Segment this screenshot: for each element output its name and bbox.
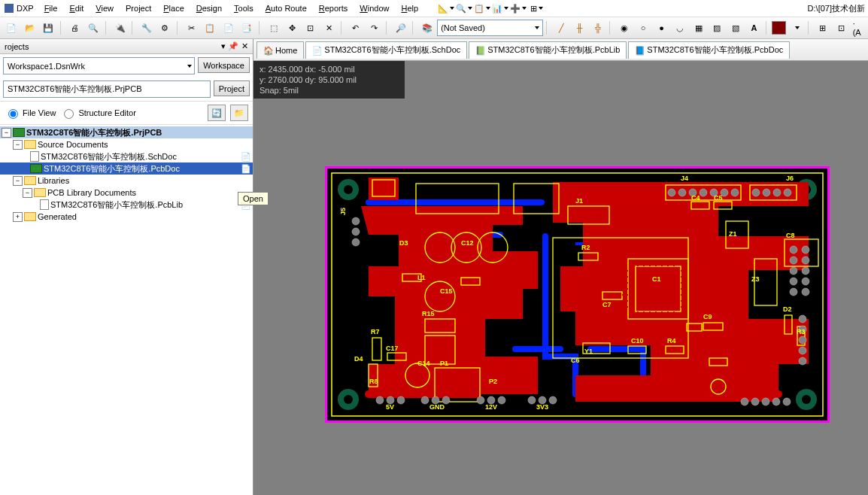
tab-home[interactable]: 🏠Home	[256, 41, 304, 59]
tab-pcbdoc[interactable]: 📘STM32C8T6智能小车控制板.PcbDoc	[628, 41, 790, 59]
menu-autoroute[interactable]: Auto Route	[259, 2, 313, 15]
svg-text:C12: C12	[461, 239, 474, 247]
menu-place[interactable]: Place	[157, 2, 190, 15]
dropdown-2-icon[interactable]: 🔍	[457, 2, 471, 15]
coordinate-panel: x: 2435.000 dx: -5.000 mil y: 2760.000 d…	[253, 61, 405, 99]
paste-icon[interactable]: 📄	[220, 19, 238, 37]
layer-dd-icon[interactable]	[788, 19, 805, 37]
svg-text:C10: C10	[631, 337, 644, 345]
sel-all-icon[interactable]: ⬚	[265, 19, 282, 37]
svg-text:R3: R3	[797, 328, 806, 336]
pcb-tab-icon: 📘	[635, 46, 644, 55]
snap-icon[interactable]: ⊡	[833, 19, 850, 37]
tree-libraries[interactable]: − Libraries	[0, 175, 253, 187]
panel-close-icon[interactable]: ✕	[241, 41, 248, 51]
menu-tools[interactable]: Tools	[228, 2, 259, 15]
dropdown-3-icon[interactable]: 📋	[475, 2, 489, 15]
tree-source-documents[interactable]: − Source Documents	[0, 138, 253, 150]
svg-point-72	[802, 246, 809, 254]
tree-pcblib-folder[interactable]: − PCB Library Documents	[0, 187, 253, 199]
tree-generated[interactable]: + Generated	[0, 211, 253, 223]
svg-point-91	[352, 217, 360, 225]
region-icon[interactable]: ▨	[709, 19, 726, 37]
panel-pin-icon[interactable]: ▾ 📌	[221, 41, 238, 51]
dropdown-5-icon[interactable]: ➕	[511, 2, 525, 15]
menu-window[interactable]: Window	[354, 2, 395, 15]
menu-help[interactable]: Help	[395, 2, 424, 15]
tab-schdoc[interactable]: 📄STM32C8T6智能小车控制板.SchDoc	[305, 41, 467, 59]
fileview-radio[interactable]: File View	[5, 107, 56, 119]
hole-icon[interactable]: ●	[653, 19, 670, 37]
menu-edit[interactable]: Edit	[63, 2, 90, 15]
print-icon[interactable]: 🖨	[66, 19, 83, 37]
zoom-icon[interactable]: 🔎	[392, 19, 409, 37]
route3-icon[interactable]: ╬	[590, 19, 607, 37]
svg-point-55	[752, 189, 760, 196]
tab-pcblib[interactable]: 📗STM32C8T6智能小车控制板.PcbLib	[469, 41, 627, 59]
poly-icon[interactable]: ▧	[727, 19, 745, 37]
cut-icon[interactable]: ✂	[183, 19, 200, 37]
book-icon[interactable]: 📚	[419, 19, 436, 37]
tool-b-icon[interactable]: ⚙	[156, 19, 174, 37]
undo-icon[interactable]: ↶	[347, 19, 364, 37]
move-icon[interactable]: ✥	[284, 19, 301, 37]
svg-text:C5: C5	[714, 194, 723, 202]
menu-project[interactable]: Project	[120, 2, 157, 15]
workspace-button[interactable]: Workspace	[198, 57, 250, 73]
saved-state-dropdown[interactable]: (Not Saved)	[437, 20, 543, 36]
svg-point-81	[799, 315, 806, 323]
grid-icon[interactable]: ⊞	[815, 19, 832, 37]
tree-pcbdoc[interactable]: STM32C8T6智能小车控制板.PcbDoc📄	[0, 162, 253, 175]
svg-point-58	[784, 189, 791, 196]
fill-icon[interactable]: ▦	[690, 19, 707, 37]
options-icon[interactable]: 📁	[230, 105, 248, 121]
paste2-icon[interactable]: 📑	[238, 19, 256, 37]
copy-icon[interactable]: 📋	[202, 19, 219, 37]
arc-icon[interactable]: ◡	[672, 19, 689, 37]
via-icon[interactable]: ◉	[616, 19, 633, 37]
pcb-icon	[30, 164, 42, 173]
svg-point-7	[344, 395, 353, 404]
menu-view[interactable]: View	[90, 2, 120, 15]
svg-point-8	[802, 395, 811, 404]
workspace-combo[interactable]	[3, 57, 195, 74]
structure-radio[interactable]: Structure Editor	[60, 107, 135, 119]
string-icon[interactable]: A	[745, 19, 763, 37]
svg-point-84	[799, 347, 806, 354]
svg-text:R7: R7	[371, 328, 380, 336]
route-icon[interactable]: ╱	[553, 19, 570, 37]
tree-project-root[interactable]: − STM32C8T6智能小车控制板.PrjPCB	[0, 126, 253, 138]
tool-a-icon[interactable]: 🔧	[138, 19, 156, 37]
preview-icon[interactable]: 🔍	[85, 19, 102, 37]
svg-point-67	[498, 396, 505, 404]
tree-pcblib[interactable]: STM32C8T6智能小车控制板.PcbLib📄	[0, 199, 253, 211]
pcb-canvas[interactable]: J5 J4 J6 J1 D3 C12 C4 C5 C8 R2 R7 C17 L1…	[253, 99, 868, 495]
dropdown-4-icon[interactable]: 📊	[493, 2, 507, 15]
svg-point-90	[783, 398, 791, 405]
project-combo[interactable]	[3, 80, 211, 98]
refresh-icon[interactable]: 🔄	[208, 105, 226, 121]
project-button[interactable]: Project	[214, 80, 250, 96]
menu-reports[interactable]: Reports	[313, 2, 354, 15]
redo-icon[interactable]: ↷	[366, 19, 383, 37]
menu-design[interactable]: Design	[190, 2, 228, 15]
dropdown-6-icon[interactable]: ⊞	[530, 2, 543, 15]
open-tooltip: Open	[238, 192, 269, 205]
tree-schdoc[interactable]: STM32C8T6智能小车控制板.SchDoc📄	[0, 150, 253, 162]
dropdown-1-icon[interactable]: 📐	[439, 2, 453, 15]
device-icon[interactable]: 🔌	[111, 19, 129, 37]
svg-text:Y1: Y1	[584, 348, 593, 355]
layer-color-chip[interactable]	[772, 21, 786, 35]
route2-icon[interactable]: ╫	[571, 19, 588, 37]
pad-icon[interactable]: ○	[635, 19, 652, 37]
menu-file[interactable]: File	[38, 2, 64, 15]
svg-text:Z3: Z3	[751, 275, 760, 283]
dxp-menu[interactable]: DXP	[0, 0, 38, 17]
sel-icon[interactable]: ⊡	[302, 19, 320, 37]
open-icon[interactable]: 📂	[22, 19, 39, 37]
lib-tab-icon: 📗	[475, 46, 484, 55]
save-icon[interactable]: 💾	[40, 19, 57, 37]
svg-point-71	[790, 246, 797, 254]
new-icon[interactable]: 📄	[3, 19, 20, 37]
clear-icon[interactable]: ✕	[320, 19, 338, 37]
